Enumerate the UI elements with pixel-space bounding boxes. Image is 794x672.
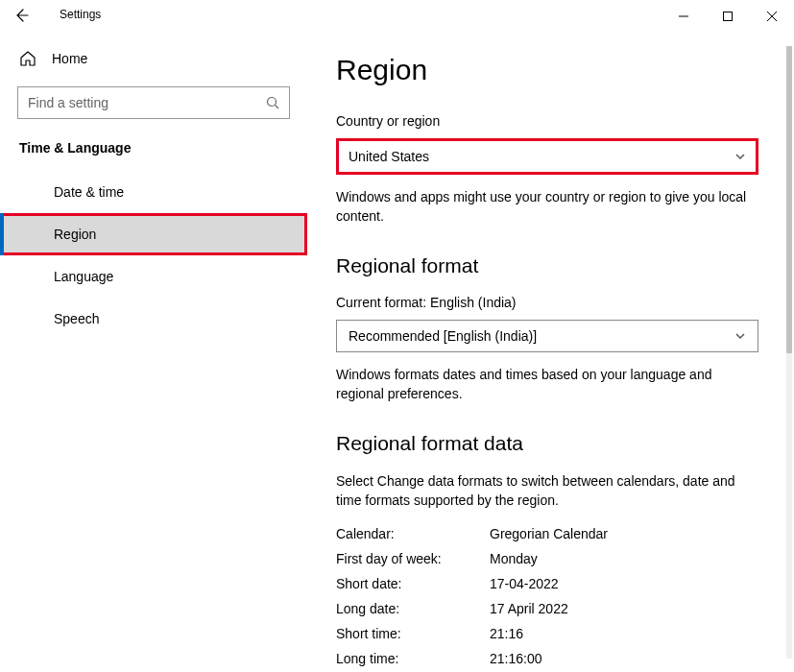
table-row: Short time:21:16 <box>336 626 758 641</box>
back-button[interactable] <box>13 8 33 27</box>
microphone-icon <box>19 310 36 327</box>
chevron-down-icon <box>734 330 746 342</box>
svg-point-2 <box>268 98 277 107</box>
title-bar: Settings <box>0 0 794 33</box>
globe-icon <box>19 226 36 243</box>
scrollbar-thumb[interactable] <box>786 46 792 353</box>
table-row: Long date:17 April 2022 <box>336 601 758 616</box>
country-desc: Windows and apps might use your country … <box>336 188 758 226</box>
language-icon: A字 <box>19 268 36 285</box>
sidebar: Home Find a setting Time & Language Date… <box>0 33 307 672</box>
country-value: United States <box>349 149 429 164</box>
sidebar-item-language[interactable]: A字 Language <box>0 255 307 298</box>
arrow-left-icon <box>13 8 29 23</box>
sidebar-section-title: Time & Language <box>0 140 307 156</box>
maximize-button[interactable] <box>706 0 750 33</box>
maximize-icon <box>723 12 733 21</box>
table-row: Long time:21:16:00 <box>336 651 758 666</box>
format-desc: Windows formats dates and times based on… <box>336 366 758 403</box>
home-label: Home <box>52 51 87 66</box>
table-row: Short date:17-04-2022 <box>336 576 758 591</box>
main-content: Region Country or region United States W… <box>307 33 794 672</box>
search-placeholder: Find a setting <box>28 95 108 110</box>
table-row: Calendar:Gregorian Calendar <box>336 526 758 541</box>
svg-rect-1 <box>724 12 733 21</box>
sidebar-item-region[interactable]: Region <box>0 213 307 255</box>
sidebar-item-speech[interactable]: Speech <box>0 298 307 340</box>
format-data-heading: Regional format data <box>336 432 758 455</box>
calendar-clock-icon <box>19 183 36 201</box>
format-value: Recommended [English (India)] <box>349 328 537 344</box>
format-data-desc: Select Change data formats to switch bet… <box>336 472 758 510</box>
home-link[interactable]: Home <box>0 44 307 73</box>
format-dropdown[interactable]: Recommended [English (India)] <box>336 320 758 352</box>
current-format-label: Current format: English (India) <box>336 295 758 310</box>
page-title: Region <box>336 54 758 86</box>
close-icon <box>767 12 777 21</box>
sidebar-item-label: Speech <box>54 311 99 326</box>
chevron-down-icon <box>734 151 746 162</box>
minimize-button[interactable] <box>662 0 706 33</box>
search-icon <box>266 96 279 109</box>
sidebar-item-label: Language <box>54 269 113 284</box>
table-row: First day of week:Monday <box>336 551 758 566</box>
search-input[interactable]: Find a setting <box>17 86 290 119</box>
minimize-icon <box>679 12 688 21</box>
close-button[interactable] <box>750 0 794 33</box>
sidebar-item-date-time[interactable]: Date & time <box>0 171 307 213</box>
vertical-scrollbar[interactable] <box>784 33 794 672</box>
regional-format-heading: Regional format <box>336 254 758 277</box>
sidebar-item-label: Region <box>54 227 96 242</box>
svg-line-3 <box>276 106 279 109</box>
format-data-table: Calendar:Gregorian Calendar First day of… <box>336 526 758 666</box>
country-label: Country or region <box>336 113 758 129</box>
sidebar-item-label: Date & time <box>54 184 124 200</box>
home-icon <box>19 50 36 67</box>
window-title: Settings <box>60 8 101 21</box>
country-dropdown[interactable]: United States <box>336 138 758 175</box>
